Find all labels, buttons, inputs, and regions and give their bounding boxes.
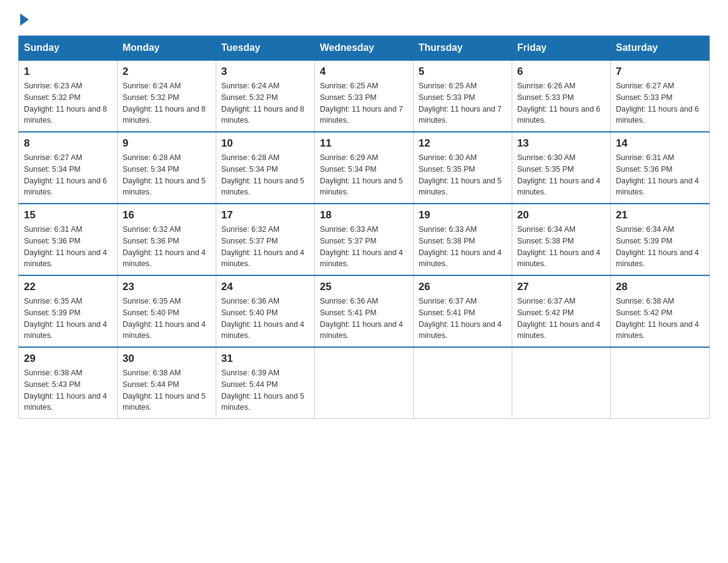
calendar-week-row: 1 Sunrise: 6:23 AM Sunset: 5:32 PM Dayli…	[19, 60, 710, 132]
day-number: 12	[419, 137, 507, 150]
calendar-cell: 19 Sunrise: 6:33 AM Sunset: 5:38 PM Dayl…	[414, 204, 512, 275]
logo	[18, 12, 29, 26]
day-info: Sunrise: 6:35 AM Sunset: 5:40 PM Dayligh…	[123, 296, 211, 342]
day-number: 28	[616, 281, 704, 293]
day-number: 1	[24, 66, 112, 78]
calendar-cell: 29 Sunrise: 6:38 AM Sunset: 5:43 PM Dayl…	[19, 347, 118, 419]
weekday-header-saturday: Saturday	[611, 36, 710, 61]
weekday-header-tuesday: Tuesday	[216, 36, 315, 61]
day-info: Sunrise: 6:36 AM Sunset: 5:40 PM Dayligh…	[221, 296, 309, 342]
day-info: Sunrise: 6:23 AM Sunset: 5:32 PM Dayligh…	[24, 80, 112, 126]
calendar-cell: 27 Sunrise: 6:37 AM Sunset: 5:42 PM Dayl…	[512, 275, 611, 347]
day-number: 10	[221, 137, 309, 150]
calendar-cell: 20 Sunrise: 6:34 AM Sunset: 5:38 PM Dayl…	[512, 204, 611, 275]
day-number: 18	[320, 209, 408, 221]
calendar-cell: 26 Sunrise: 6:37 AM Sunset: 5:41 PM Dayl…	[414, 275, 512, 347]
day-number: 7	[616, 66, 704, 78]
day-info: Sunrise: 6:28 AM Sunset: 5:34 PM Dayligh…	[123, 152, 211, 198]
day-number: 4	[320, 66, 408, 78]
calendar-cell: 3 Sunrise: 6:24 AM Sunset: 5:32 PM Dayli…	[216, 60, 315, 132]
day-info: Sunrise: 6:39 AM Sunset: 5:44 PM Dayligh…	[221, 367, 309, 413]
calendar-cell	[414, 347, 512, 419]
calendar-cell: 5 Sunrise: 6:25 AM Sunset: 5:33 PM Dayli…	[414, 60, 512, 132]
day-number: 15	[24, 209, 112, 221]
calendar-cell: 10 Sunrise: 6:28 AM Sunset: 5:34 PM Dayl…	[216, 132, 315, 204]
day-number: 31	[221, 353, 309, 365]
weekday-header-sunday: Sunday	[19, 36, 118, 61]
day-info: Sunrise: 6:32 AM Sunset: 5:36 PM Dayligh…	[123, 224, 211, 270]
calendar-week-row: 29 Sunrise: 6:38 AM Sunset: 5:43 PM Dayl…	[19, 347, 710, 419]
day-info: Sunrise: 6:27 AM Sunset: 5:34 PM Dayligh…	[24, 152, 112, 198]
day-info: Sunrise: 6:32 AM Sunset: 5:37 PM Dayligh…	[221, 224, 309, 270]
weekday-header-wednesday: Wednesday	[315, 36, 414, 61]
day-info: Sunrise: 6:37 AM Sunset: 5:41 PM Dayligh…	[419, 296, 507, 342]
day-number: 23	[123, 281, 211, 293]
day-number: 19	[419, 209, 507, 221]
day-info: Sunrise: 6:36 AM Sunset: 5:41 PM Dayligh…	[320, 296, 408, 342]
day-number: 25	[320, 281, 408, 293]
day-number: 27	[517, 281, 605, 293]
day-number: 9	[123, 137, 211, 150]
day-info: Sunrise: 6:37 AM Sunset: 5:42 PM Dayligh…	[517, 296, 605, 342]
weekday-header-thursday: Thursday	[414, 36, 512, 61]
calendar-cell	[611, 347, 710, 419]
calendar-cell	[315, 347, 414, 419]
day-info: Sunrise: 6:34 AM Sunset: 5:39 PM Dayligh…	[616, 224, 704, 270]
day-number: 2	[123, 66, 211, 78]
day-info: Sunrise: 6:24 AM Sunset: 5:32 PM Dayligh…	[123, 80, 211, 126]
calendar-cell: 17 Sunrise: 6:32 AM Sunset: 5:37 PM Dayl…	[216, 204, 315, 275]
day-info: Sunrise: 6:31 AM Sunset: 5:36 PM Dayligh…	[616, 152, 704, 198]
calendar-table: SundayMondayTuesdayWednesdayThursdayFrid…	[18, 36, 710, 419]
day-info: Sunrise: 6:33 AM Sunset: 5:38 PM Dayligh…	[419, 224, 507, 270]
day-number: 14	[616, 137, 704, 150]
page-header	[18, 12, 710, 26]
day-number: 16	[123, 209, 211, 221]
calendar-cell: 1 Sunrise: 6:23 AM Sunset: 5:32 PM Dayli…	[19, 60, 118, 132]
calendar-cell: 15 Sunrise: 6:31 AM Sunset: 5:36 PM Dayl…	[19, 204, 118, 275]
day-info: Sunrise: 6:25 AM Sunset: 5:33 PM Dayligh…	[419, 80, 507, 126]
day-info: Sunrise: 6:38 AM Sunset: 5:43 PM Dayligh…	[24, 367, 112, 413]
calendar-cell: 30 Sunrise: 6:38 AM Sunset: 5:44 PM Dayl…	[118, 347, 216, 419]
day-info: Sunrise: 6:27 AM Sunset: 5:33 PM Dayligh…	[616, 80, 704, 126]
calendar-cell	[512, 347, 611, 419]
calendar-cell: 4 Sunrise: 6:25 AM Sunset: 5:33 PM Dayli…	[315, 60, 414, 132]
calendar-cell: 23 Sunrise: 6:35 AM Sunset: 5:40 PM Dayl…	[118, 275, 216, 347]
calendar-cell: 25 Sunrise: 6:36 AM Sunset: 5:41 PM Dayl…	[315, 275, 414, 347]
calendar-week-row: 15 Sunrise: 6:31 AM Sunset: 5:36 PM Dayl…	[19, 204, 710, 275]
day-number: 6	[517, 66, 605, 78]
day-info: Sunrise: 6:34 AM Sunset: 5:38 PM Dayligh…	[517, 224, 605, 270]
calendar-cell: 18 Sunrise: 6:33 AM Sunset: 5:37 PM Dayl…	[315, 204, 414, 275]
day-info: Sunrise: 6:30 AM Sunset: 5:35 PM Dayligh…	[517, 152, 605, 198]
day-number: 20	[517, 209, 605, 221]
calendar-cell: 7 Sunrise: 6:27 AM Sunset: 5:33 PM Dayli…	[611, 60, 710, 132]
calendar-cell: 21 Sunrise: 6:34 AM Sunset: 5:39 PM Dayl…	[611, 204, 710, 275]
day-number: 30	[123, 353, 211, 365]
calendar-cell: 31 Sunrise: 6:39 AM Sunset: 5:44 PM Dayl…	[216, 347, 315, 419]
day-number: 8	[24, 137, 112, 150]
day-info: Sunrise: 6:26 AM Sunset: 5:33 PM Dayligh…	[517, 80, 605, 126]
day-number: 26	[419, 281, 507, 293]
day-number: 21	[616, 209, 704, 221]
day-info: Sunrise: 6:24 AM Sunset: 5:32 PM Dayligh…	[221, 80, 309, 126]
day-number: 13	[517, 137, 605, 150]
day-number: 3	[221, 66, 309, 78]
day-info: Sunrise: 6:28 AM Sunset: 5:34 PM Dayligh…	[221, 152, 309, 198]
day-info: Sunrise: 6:31 AM Sunset: 5:36 PM Dayligh…	[24, 224, 112, 270]
calendar-cell: 9 Sunrise: 6:28 AM Sunset: 5:34 PM Dayli…	[118, 132, 216, 204]
calendar-cell: 22 Sunrise: 6:35 AM Sunset: 5:39 PM Dayl…	[19, 275, 118, 347]
calendar-cell: 12 Sunrise: 6:30 AM Sunset: 5:35 PM Dayl…	[414, 132, 512, 204]
logo-triangle-icon	[20, 13, 29, 26]
day-number: 29	[24, 353, 112, 365]
calendar-cell: 8 Sunrise: 6:27 AM Sunset: 5:34 PM Dayli…	[19, 132, 118, 204]
day-info: Sunrise: 6:35 AM Sunset: 5:39 PM Dayligh…	[24, 296, 112, 342]
day-number: 17	[221, 209, 309, 221]
calendar-cell: 2 Sunrise: 6:24 AM Sunset: 5:32 PM Dayli…	[118, 60, 216, 132]
calendar-cell: 6 Sunrise: 6:26 AM Sunset: 5:33 PM Dayli…	[512, 60, 611, 132]
day-info: Sunrise: 6:38 AM Sunset: 5:44 PM Dayligh…	[123, 367, 211, 413]
day-number: 11	[320, 137, 408, 150]
calendar-cell: 13 Sunrise: 6:30 AM Sunset: 5:35 PM Dayl…	[512, 132, 611, 204]
calendar-header-row: SundayMondayTuesdayWednesdayThursdayFrid…	[19, 36, 710, 61]
day-info: Sunrise: 6:29 AM Sunset: 5:34 PM Dayligh…	[320, 152, 408, 198]
day-number: 5	[419, 66, 507, 78]
calendar-cell: 16 Sunrise: 6:32 AM Sunset: 5:36 PM Dayl…	[118, 204, 216, 275]
